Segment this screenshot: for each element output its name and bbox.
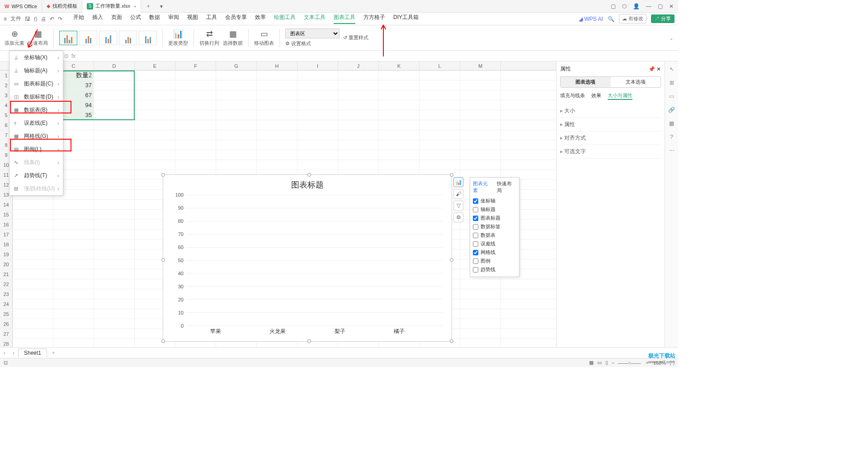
- cell[interactable]: [13, 210, 53, 219]
- cell[interactable]: [13, 200, 53, 209]
- view-break-icon[interactable]: ▯: [605, 360, 608, 366]
- cell[interactable]: [94, 150, 135, 160]
- close-icon[interactable]: ✕: [669, 3, 674, 9]
- sidebar-more-icon[interactable]: ⋯: [669, 147, 675, 154]
- cell[interactable]: [216, 100, 257, 110]
- cell[interactable]: [175, 150, 216, 160]
- elem-tab-layout[interactable]: 快速布局: [497, 180, 516, 194]
- col-header[interactable]: I: [297, 61, 338, 70]
- section-alttext[interactable]: 可选文字: [560, 145, 661, 159]
- cell[interactable]: [53, 200, 94, 209]
- chart-title[interactable]: 图表标题: [163, 175, 452, 195]
- cell[interactable]: [257, 80, 297, 90]
- cell[interactable]: [379, 140, 420, 150]
- search-icon[interactable]: 🔍: [608, 16, 614, 22]
- cell[interactable]: [94, 269, 135, 279]
- sidebar-grid-icon[interactable]: ▦: [669, 120, 674, 127]
- app-box-icon[interactable]: ▢: [611, 3, 616, 9]
- tab-review[interactable]: 审阅: [168, 14, 179, 24]
- cell[interactable]: [94, 329, 135, 338]
- subtab-effect[interactable]: 效果: [591, 92, 601, 100]
- tab-insert[interactable]: 插入: [92, 14, 103, 24]
- cell[interactable]: [460, 100, 501, 110]
- cell[interactable]: [94, 70, 135, 80]
- tab-tools[interactable]: 工具: [206, 14, 217, 24]
- tab-text-tools[interactable]: 文本工具: [304, 14, 326, 24]
- cell[interactable]: [53, 269, 94, 279]
- cell[interactable]: [257, 160, 297, 169]
- tab-chart-tools[interactable]: 图表工具: [334, 14, 355, 24]
- cell[interactable]: [460, 120, 501, 130]
- cell[interactable]: [94, 279, 135, 289]
- tab-ffgz[interactable]: 方方格子: [363, 14, 385, 24]
- subtab-size[interactable]: 大小与属性: [608, 92, 632, 100]
- cell[interactable]: [420, 160, 460, 169]
- cell[interactable]: [94, 289, 135, 299]
- cell[interactable]: [420, 90, 460, 100]
- cell[interactable]: [13, 249, 53, 259]
- tab-efficiency[interactable]: 效率: [255, 14, 266, 24]
- chart-filter-button[interactable]: ▽: [453, 201, 463, 211]
- cell[interactable]: [338, 150, 379, 160]
- row-header[interactable]: 21: [0, 269, 13, 279]
- cell[interactable]: [379, 80, 420, 90]
- cell[interactable]: [13, 309, 53, 319]
- cell[interactable]: [460, 289, 501, 299]
- chart-element-checkbox[interactable]: 趋势线: [473, 265, 516, 274]
- pin-icon[interactable]: 📌: [648, 66, 655, 72]
- cell[interactable]: [53, 289, 94, 299]
- cell[interactable]: [297, 80, 338, 90]
- cell[interactable]: [135, 130, 175, 140]
- dropdown-item[interactable]: ⫯误差线(E)›: [9, 117, 63, 130]
- col-header[interactable]: K: [379, 61, 420, 70]
- cell[interactable]: [297, 140, 338, 150]
- cell[interactable]: [135, 70, 175, 80]
- dropdown-item[interactable]: ◫数据标签(D)›: [9, 90, 63, 103]
- cell[interactable]: [216, 120, 257, 130]
- row-header[interactable]: 16: [0, 220, 13, 229]
- cell[interactable]: [460, 140, 501, 150]
- cell[interactable]: [94, 200, 135, 209]
- cell[interactable]: [379, 160, 420, 169]
- col-header[interactable]: E: [135, 61, 175, 70]
- cell[interactable]: [94, 130, 135, 140]
- cell[interactable]: [53, 319, 94, 329]
- cell[interactable]: [175, 90, 216, 100]
- row-header[interactable]: 19: [0, 249, 13, 259]
- reset-style-button[interactable]: ↺ 重置样式: [343, 34, 368, 41]
- col-header[interactable]: D: [94, 61, 135, 70]
- cell[interactable]: [257, 120, 297, 130]
- cell[interactable]: [53, 210, 94, 219]
- sheet-nav-prev[interactable]: ‹: [0, 350, 9, 356]
- cell[interactable]: [94, 249, 135, 259]
- cell[interactable]: [216, 70, 257, 80]
- cell[interactable]: [460, 160, 501, 169]
- cell[interactable]: [94, 299, 135, 309]
- cell[interactable]: [338, 80, 379, 90]
- dropdown-item[interactable]: ⊥轴标题(A)›: [9, 64, 63, 77]
- dropdown-item[interactable]: ↗趋势线(T)›: [9, 169, 63, 182]
- cell[interactable]: [420, 140, 460, 150]
- cell[interactable]: [379, 100, 420, 110]
- cell[interactable]: [460, 319, 501, 329]
- sheet-nav-next[interactable]: ›: [9, 350, 18, 356]
- cell[interactable]: [460, 90, 501, 100]
- tab-diy[interactable]: DIY工具箱: [393, 14, 419, 24]
- tab-add-button[interactable]: ＋: [141, 2, 156, 10]
- close-props-icon[interactable]: ✕: [656, 66, 661, 72]
- tab-wps-home[interactable]: WWPS Office: [0, 0, 42, 13]
- move-chart-button[interactable]: ▭移动图表: [254, 29, 274, 47]
- save-icon[interactable]: 🖫: [25, 16, 30, 22]
- tab-data[interactable]: 数据: [149, 14, 160, 24]
- chart-element-checkbox[interactable]: 坐标轴: [473, 197, 516, 205]
- row-header[interactable]: 14: [0, 200, 13, 209]
- cell[interactable]: [94, 100, 135, 110]
- cell[interactable]: [135, 110, 175, 120]
- dropdown-item[interactable]: ▦网格线(G)›: [9, 130, 63, 143]
- share-button[interactable]: ↗ 分享: [651, 14, 675, 23]
- cell[interactable]: [420, 80, 460, 90]
- avatar-icon[interactable]: 👤: [633, 3, 640, 9]
- tab-workbook[interactable]: S工作簿数量.xlsx•: [82, 0, 141, 13]
- col-header[interactable]: L: [420, 61, 460, 70]
- chart-style-2[interactable]: [79, 31, 97, 45]
